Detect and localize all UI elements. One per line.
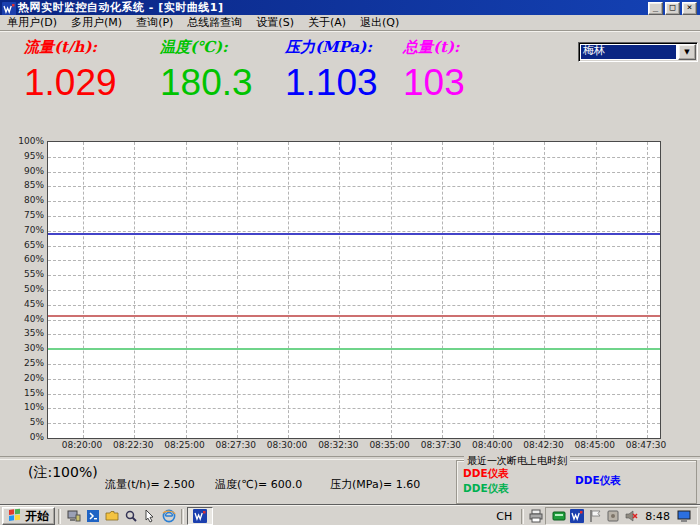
y-axis-label: 65% — [4, 240, 44, 250]
x-axis-label: 08:25:00 — [156, 440, 214, 450]
y-axis-label: 95% — [4, 151, 44, 161]
gridline — [83, 142, 84, 438]
window-title: 热网实时监控自动化系统 - [实时曲线1] — [18, 0, 223, 15]
scale-reference: 压力(MPa)= 1.60 — [330, 477, 420, 492]
y-axis-label: 10% — [4, 402, 44, 412]
gridline — [48, 216, 660, 217]
readout-pressure: 压力(MPa):1.103 — [285, 38, 378, 103]
gridline — [48, 157, 660, 158]
y-axis-label: 40% — [4, 314, 44, 324]
gridline — [442, 142, 443, 438]
x-axis-label: 08:42:30 — [514, 440, 572, 450]
taskbar-separator — [181, 509, 184, 524]
gridline — [48, 394, 660, 395]
printer-icon[interactable] — [528, 509, 544, 523]
x-axis-label: 08:37:30 — [412, 440, 470, 450]
series-line-0 — [48, 233, 660, 235]
y-axis-label: 60% — [4, 254, 44, 264]
menu-item[interactable]: 单用户(D) — [0, 15, 64, 30]
minimize-button[interactable]: _ — [648, 2, 663, 15]
device-icon[interactable] — [605, 509, 621, 523]
power-item: DDE仪表 — [575, 474, 621, 488]
gridline — [48, 260, 660, 261]
taskbar-separator — [58, 509, 61, 524]
readout-value-flow: 1.029 — [24, 63, 117, 103]
language-indicator[interactable]: CH — [490, 510, 518, 523]
menu-item[interactable]: 退出(Q) — [353, 15, 406, 30]
start-button[interactable]: 开始 — [2, 507, 55, 525]
speaker-muted-icon[interactable] — [623, 509, 639, 523]
flag-icon[interactable] — [587, 509, 603, 523]
menu-item[interactable]: 查询(P) — [129, 15, 180, 30]
y-axis-label: 80% — [4, 195, 44, 205]
readout-label-pressure: 压力(MPa): — [285, 38, 378, 57]
gridline — [48, 246, 660, 247]
x-axis-label: 08:47:30 — [617, 440, 675, 450]
gridline — [48, 201, 660, 202]
app-task-button[interactable] — [187, 507, 213, 525]
gridline — [48, 231, 660, 232]
ie-icon[interactable] — [160, 508, 177, 524]
x-axis-label: 08:30:00 — [258, 440, 316, 450]
x-axis-label: 08:20:00 — [53, 440, 111, 450]
tray-clock[interactable]: 8:48 — [640, 510, 675, 523]
x-axis-label: 08:35:00 — [361, 440, 419, 450]
gridline — [48, 290, 660, 291]
readout-total: 总量(t):103 — [403, 38, 465, 103]
app-icon — [192, 508, 209, 524]
gridline — [48, 379, 660, 380]
readout-flow: 流量(t/h):1.029 — [24, 38, 117, 103]
menu-item[interactable]: 总线路查询 — [180, 15, 249, 30]
menu-item[interactable]: 设置(S) — [249, 15, 301, 30]
power-item: DDE仪表 — [463, 467, 509, 481]
y-axis-label: 15% — [4, 388, 44, 398]
gridline — [493, 142, 494, 438]
chevron-down-icon[interactable]: ▼ — [678, 44, 696, 60]
menu-item[interactable]: 多用户(M) — [64, 15, 129, 30]
gridline — [596, 142, 597, 438]
power-event-panel: 最近一次断电上电时刻 DDE仪表DDE仪表DDE仪表 — [456, 460, 697, 504]
restore-button[interactable]: □ — [665, 2, 680, 15]
app-icon[interactable] — [569, 509, 585, 523]
taskbar-separator — [521, 509, 524, 524]
y-axis-label: 0% — [4, 432, 44, 442]
display-icon[interactable] — [676, 509, 692, 523]
gridline — [288, 142, 289, 438]
desktop-icon[interactable] — [65, 508, 82, 524]
gridline — [48, 408, 660, 409]
series-line-2 — [48, 348, 660, 350]
quick-launch-bar — [64, 508, 178, 524]
gridline — [48, 423, 660, 424]
power-event-panel-title: 最近一次断电上电时刻 — [464, 454, 570, 468]
close-button[interactable]: × — [682, 2, 697, 15]
plot-area — [47, 141, 661, 439]
y-axis-label: 45% — [4, 299, 44, 309]
gridline — [237, 142, 238, 438]
gridline — [48, 320, 660, 321]
tray-left-icons — [527, 509, 545, 523]
readout-value-pressure: 1.103 — [285, 63, 378, 103]
readout-label-temperature: 温度(℃): — [160, 38, 253, 57]
menu-item[interactable]: 关于(A) — [301, 15, 353, 30]
folder-icon[interactable] — [103, 508, 120, 524]
y-axis-label: 50% — [4, 284, 44, 294]
windows-logo-icon — [8, 508, 22, 525]
station-dropdown-value: 梅林 — [581, 45, 676, 59]
gridline — [48, 275, 660, 276]
station-dropdown[interactable]: 梅林 ▼ — [578, 42, 698, 62]
gridline — [544, 142, 545, 438]
y-axis-label: 85% — [4, 180, 44, 190]
gridline — [48, 305, 660, 306]
scale-reference: 流量(t/h)= 2.500 — [105, 477, 195, 492]
system-tray: CH 8:48 — [490, 506, 700, 525]
search-icon[interactable] — [122, 508, 139, 524]
y-axis-label: 55% — [4, 269, 44, 279]
readout-label-flow: 流量(t/h): — [24, 38, 117, 57]
x-axis-label: 08:32:30 — [309, 440, 367, 450]
terminal-icon[interactable] — [84, 508, 101, 524]
gridline — [48, 172, 660, 173]
gridline — [48, 364, 660, 365]
gridline — [134, 142, 135, 438]
network-icon[interactable] — [551, 509, 567, 523]
pointer-icon[interactable] — [141, 508, 158, 524]
